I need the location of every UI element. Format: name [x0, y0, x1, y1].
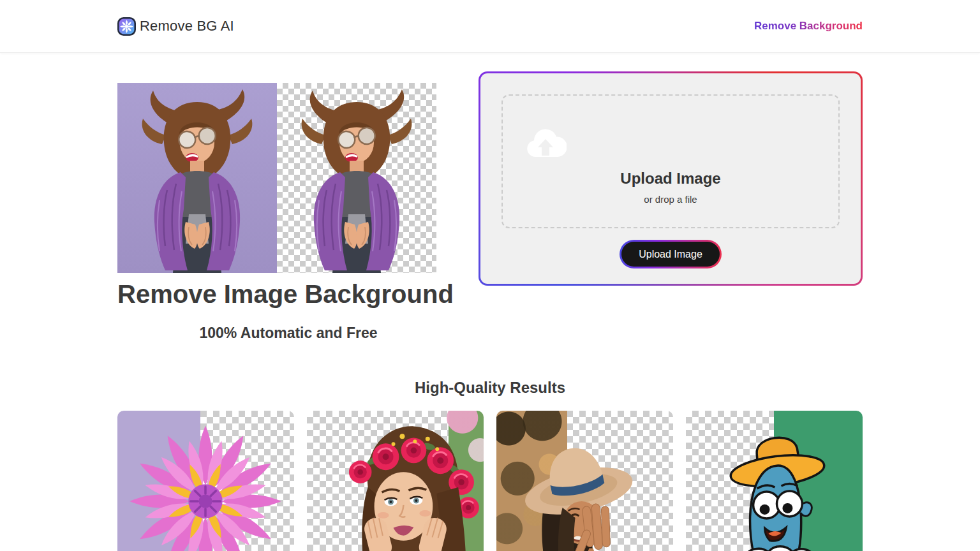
hero-original-half — [117, 83, 277, 273]
nav-remove-background-link[interactable]: Remove Background — [754, 20, 863, 33]
main-content: Remove Image Background 100% Automatic a… — [117, 71, 863, 551]
hero-left-column: Remove Image Background 100% Automatic a… — [117, 83, 459, 342]
woman-purple-coat-illustration — [277, 83, 436, 273]
example-cartoon-character-image — [686, 411, 863, 551]
dropzone-title: Upload Image — [620, 170, 720, 187]
upload-dropzone[interactable]: Upload Image or drop a file — [501, 94, 840, 228]
upload-card: Upload Image or drop a file Upload Image — [479, 71, 863, 286]
upload-button-row: Upload Image — [501, 240, 840, 268]
app-title: Remove BG AI — [140, 18, 234, 34]
page-subtitle: 100% Automatic and Free — [117, 325, 459, 342]
examples-row — [117, 411, 863, 551]
results-section: High-Quality Results — [117, 379, 863, 551]
pink-flower-illustration — [124, 420, 287, 551]
dropzone-subtitle: or drop a file — [644, 194, 697, 205]
before-after-hero-image — [117, 83, 436, 273]
hero-section: Remove Image Background 100% Automatic a… — [117, 71, 863, 342]
page-title: Remove Image Background — [117, 279, 459, 309]
flower-crown-portrait-illustration — [307, 411, 484, 551]
example-straw-hat-portrait-image — [496, 411, 673, 551]
woman-purple-coat-illustration — [117, 83, 277, 273]
flower-logo-icon — [117, 17, 136, 36]
header: Remove BG AI Remove Background — [0, 0, 980, 53]
app-logo[interactable]: Remove BG AI — [117, 17, 234, 36]
results-title: High-Quality Results — [117, 379, 863, 397]
cartoon-character-illustration — [686, 411, 863, 551]
upload-image-button[interactable]: Upload Image — [620, 240, 722, 268]
example-flower-image — [117, 411, 294, 551]
hero-transparent-half — [277, 83, 436, 273]
example-flower-crown-portrait-image — [307, 411, 484, 551]
cloud-upload-icon — [524, 126, 567, 159]
straw-hat-portrait-illustration — [496, 411, 673, 551]
